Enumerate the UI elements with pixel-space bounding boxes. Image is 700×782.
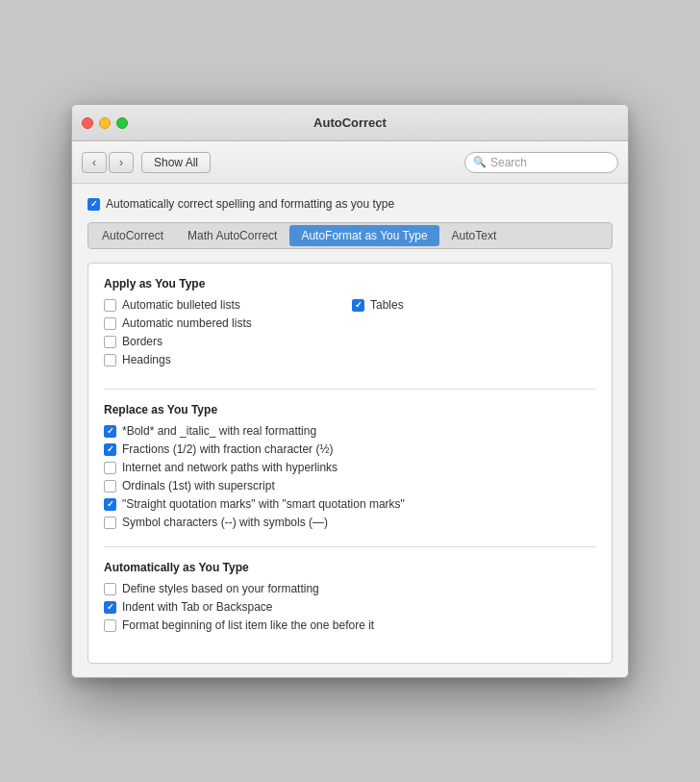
option-headings: Headings bbox=[104, 353, 348, 366]
traffic-lights bbox=[82, 117, 128, 129]
auto-as-you-type-section: Automatically as You Type Define styles … bbox=[104, 561, 596, 632]
content-area: Automatically correct spelling and forma… bbox=[72, 184, 628, 677]
search-box: 🔍 bbox=[464, 152, 618, 173]
checkbox-fractions[interactable] bbox=[104, 443, 116, 456]
label-ordinals: Ordinals (1st) with superscript bbox=[122, 479, 275, 492]
apply-col2: Tables bbox=[352, 298, 596, 371]
label-auto-numbered: Automatic numbered lists bbox=[122, 316, 252, 330]
label-symbols: Symbol characters (--) with symbols (—) bbox=[122, 516, 328, 529]
tab-autocorrect[interactable]: AutoCorrect bbox=[90, 225, 175, 246]
auto-section-title: Automatically as You Type bbox=[104, 561, 596, 574]
checkbox-define-styles[interactable] bbox=[104, 583, 116, 595]
window-title: AutoCorrect bbox=[313, 115, 387, 130]
option-indent-tab: Indent with Tab or Backspace bbox=[104, 600, 596, 614]
label-internet: Internet and network paths with hyperlin… bbox=[122, 461, 338, 474]
toolbar: ‹ › Show All 🔍 bbox=[72, 141, 628, 184]
settings-panel: Apply as You Type Automatic bulleted lis… bbox=[88, 263, 612, 664]
option-auto-numbered: Automatic numbered lists bbox=[104, 316, 348, 330]
checkbox-bold-italic[interactable] bbox=[104, 425, 116, 438]
label-define-styles: Define styles based on your formatting bbox=[122, 582, 319, 595]
checkbox-internet[interactable] bbox=[104, 462, 116, 474]
checkbox-headings[interactable] bbox=[104, 354, 116, 366]
option-tables: Tables bbox=[352, 298, 596, 312]
apply-col1: Automatic bulleted lists Automatic numbe… bbox=[104, 298, 348, 371]
master-checkbox[interactable] bbox=[88, 198, 100, 211]
apply-section-title: Apply as You Type bbox=[104, 277, 596, 290]
label-fractions: Fractions (1/2) with fraction character … bbox=[122, 442, 333, 456]
titlebar: AutoCorrect bbox=[72, 105, 628, 141]
option-ordinals: Ordinals (1st) with superscript bbox=[104, 479, 596, 492]
nav-buttons: ‹ › bbox=[82, 152, 134, 173]
option-format-list: Format beginning of list item like the o… bbox=[104, 618, 596, 632]
checkbox-tables[interactable] bbox=[352, 299, 364, 312]
checkbox-auto-bullet[interactable] bbox=[104, 299, 116, 312]
master-checkbox-label: Automatically correct spelling and forma… bbox=[106, 197, 394, 211]
checkbox-smart-quotes[interactable] bbox=[104, 498, 116, 511]
replace-as-you-type-section: Replace as You Type *Bold* and _italic_ … bbox=[104, 403, 596, 529]
label-borders: Borders bbox=[122, 335, 162, 348]
checkbox-auto-numbered[interactable] bbox=[104, 317, 116, 330]
autocorrect-window: AutoCorrect ‹ › Show All 🔍 Automatically… bbox=[71, 104, 629, 678]
minimize-button[interactable] bbox=[99, 117, 111, 129]
divider-1 bbox=[104, 389, 596, 390]
divider-2 bbox=[104, 546, 596, 547]
option-internet: Internet and network paths with hyperlin… bbox=[104, 461, 596, 474]
tab-autotext[interactable]: AutoText bbox=[440, 225, 509, 246]
apply-options-grid: Automatic bulleted lists Automatic numbe… bbox=[104, 298, 596, 371]
label-auto-bullet: Automatic bulleted lists bbox=[122, 298, 240, 312]
tabs: AutoCorrect Math AutoCorrect AutoFormat … bbox=[88, 222, 612, 249]
label-headings: Headings bbox=[122, 353, 171, 366]
option-smart-quotes: "Straight quotation marks" with "smart q… bbox=[104, 497, 596, 511]
back-button[interactable]: ‹ bbox=[82, 152, 107, 173]
label-indent-tab: Indent with Tab or Backspace bbox=[122, 600, 273, 614]
label-bold-italic: *Bold* and _italic_ with real formatting bbox=[122, 424, 316, 438]
checkbox-format-list[interactable] bbox=[104, 619, 116, 632]
checkbox-symbols[interactable] bbox=[104, 517, 116, 529]
search-input[interactable] bbox=[490, 156, 610, 169]
option-symbols: Symbol characters (--) with symbols (—) bbox=[104, 516, 596, 529]
label-smart-quotes: "Straight quotation marks" with "smart q… bbox=[122, 497, 405, 511]
close-button[interactable] bbox=[82, 117, 93, 129]
option-define-styles: Define styles based on your formatting bbox=[104, 582, 596, 595]
apply-as-you-type-section: Apply as You Type Automatic bulleted lis… bbox=[104, 277, 596, 371]
label-tables: Tables bbox=[370, 298, 404, 312]
master-checkbox-row: Automatically correct spelling and forma… bbox=[88, 197, 612, 211]
label-format-list: Format beginning of list item like the o… bbox=[122, 618, 374, 632]
maximize-button[interactable] bbox=[116, 117, 128, 129]
option-borders: Borders bbox=[104, 335, 348, 348]
checkbox-borders[interactable] bbox=[104, 336, 116, 348]
checkbox-indent-tab[interactable] bbox=[104, 601, 116, 614]
checkbox-ordinals[interactable] bbox=[104, 480, 116, 492]
search-icon: 🔍 bbox=[473, 156, 487, 168]
show-all-button[interactable]: Show All bbox=[141, 152, 211, 173]
option-fractions: Fractions (1/2) with fraction character … bbox=[104, 442, 596, 456]
forward-button[interactable]: › bbox=[109, 152, 134, 173]
option-auto-bullet: Automatic bulleted lists bbox=[104, 298, 348, 312]
tab-math-autocorrect[interactable]: Math AutoCorrect bbox=[176, 225, 288, 246]
option-bold-italic: *Bold* and _italic_ with real formatting bbox=[104, 424, 596, 438]
replace-section-title: Replace as You Type bbox=[104, 403, 596, 416]
tab-autoformat[interactable]: AutoFormat as You Type bbox=[289, 225, 438, 246]
